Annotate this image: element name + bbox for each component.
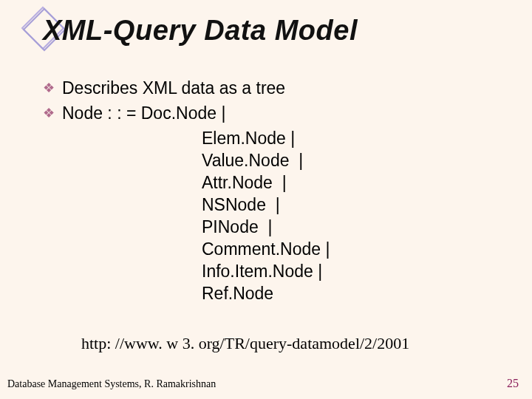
reference-url: http: //www. w 3. org/TR/query-datamodel… bbox=[81, 334, 409, 353]
page-number: 25 bbox=[507, 377, 519, 390]
node-type-line: NSNode | bbox=[202, 194, 330, 216]
bullet-text: Describes XML data as a tree bbox=[62, 77, 285, 99]
node-type-line: Info.Item.Node | bbox=[202, 260, 330, 282]
diamond-bullet-icon: ❖ bbox=[43, 102, 55, 124]
bullet-item: ❖ Node : : = Doc.Node | bbox=[43, 102, 330, 124]
footer-text: Database Management Systems, R. Ramakris… bbox=[7, 378, 216, 390]
node-type-line: Attr.Node | bbox=[202, 171, 330, 194]
bullet-item: ❖ Describes XML data as a tree bbox=[43, 77, 330, 99]
slide-title: XML-Query Data Model bbox=[43, 15, 358, 47]
node-type-line: Elem.Node | bbox=[202, 127, 330, 149]
node-type-line: PINode | bbox=[202, 216, 330, 238]
node-type-line: Ref.Node bbox=[202, 282, 330, 304]
diamond-bullet-icon: ❖ bbox=[43, 77, 55, 99]
node-type-list: Elem.Node | Value.Node | Attr.Node | NSN… bbox=[202, 127, 330, 304]
bullet-text: Node : : = Doc.Node | bbox=[62, 102, 225, 124]
node-type-line: Value.Node | bbox=[202, 149, 330, 171]
node-type-line: Comment.Node | bbox=[202, 238, 330, 260]
slide-body: ❖ Describes XML data as a tree ❖ Node : … bbox=[43, 77, 330, 304]
